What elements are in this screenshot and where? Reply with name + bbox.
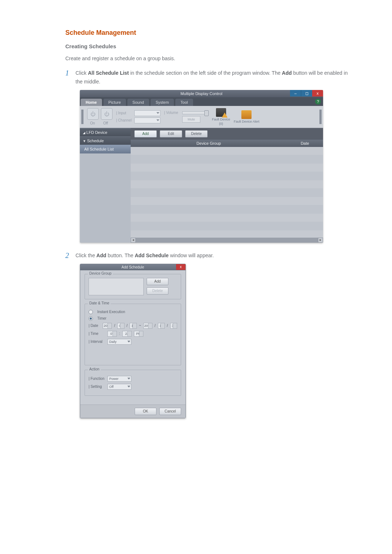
action-legend: Action bbox=[88, 367, 101, 371]
table-row bbox=[131, 147, 323, 155]
ribbon-tabs: Home Picture Sound System Tool ? bbox=[80, 97, 323, 106]
time-hour[interactable]: 07 bbox=[107, 331, 117, 337]
table-row bbox=[131, 197, 323, 205]
volume-slider[interactable] bbox=[182, 111, 208, 114]
date-day-start[interactable]: 11 bbox=[130, 323, 136, 329]
date-month-start[interactable]: 04 bbox=[117, 323, 124, 329]
ribbon-scroll-left[interactable] bbox=[81, 110, 83, 124]
date-day-end[interactable]: 31 bbox=[170, 323, 177, 329]
delete-button[interactable]: Delete bbox=[185, 130, 208, 138]
input-label: | Input bbox=[116, 111, 132, 115]
dialog-footer: OK Cancel bbox=[80, 405, 185, 418]
mute-button[interactable]: Mute bbox=[182, 116, 200, 123]
time-label: | Time bbox=[89, 332, 105, 336]
time-minute[interactable]: 22 bbox=[122, 331, 132, 337]
add-button[interactable]: Add bbox=[134, 130, 157, 138]
instant-label: Instant Execution bbox=[97, 310, 125, 314]
tab-sound[interactable]: Sound bbox=[127, 99, 149, 106]
table-row bbox=[131, 222, 323, 230]
maximize-button[interactable]: ◻ bbox=[301, 90, 312, 97]
add-schedule-dialog: Add Schedule x Device Group Add Delete D… bbox=[80, 264, 186, 418]
fault-device[interactable]: Fault Device (0) bbox=[212, 108, 230, 126]
fault-device-alert[interactable]: Fault Device Alert bbox=[234, 110, 260, 123]
help-icon[interactable]: ? bbox=[315, 99, 321, 104]
table-row bbox=[131, 172, 323, 180]
date-time-fieldset: Date & Time Instant Execution Timer | Da… bbox=[85, 304, 181, 365]
sidebar: ◢ LFD Device ▼ Schedule All Schedule Lis… bbox=[80, 128, 131, 243]
col-device-group: Device Group bbox=[131, 141, 287, 145]
ribbon: ⏻ ⏻ On Off | Input | Channel bbox=[80, 106, 323, 128]
input-dropdown[interactable] bbox=[134, 110, 160, 116]
ribbon-scroll-right[interactable] bbox=[319, 110, 322, 124]
power-off-button[interactable]: ⏻ bbox=[101, 108, 113, 120]
horizontal-scrollbar[interactable]: ◄ ► bbox=[131, 238, 323, 243]
warning-icon bbox=[241, 110, 252, 119]
device-group-fieldset: Device Group Add Delete bbox=[85, 274, 181, 299]
setting-label: | Setting bbox=[89, 385, 105, 389]
section-title: Schedule Management bbox=[65, 29, 352, 37]
tab-system[interactable]: System bbox=[151, 99, 174, 106]
dialog-close-button[interactable]: x bbox=[176, 264, 185, 270]
sidebar-item-all-schedule[interactable]: All Schedule List bbox=[80, 145, 131, 153]
toolbar: Add Edit Delete bbox=[131, 128, 323, 140]
off-label: Off bbox=[100, 121, 111, 125]
table-row bbox=[131, 180, 323, 189]
device-group-list[interactable] bbox=[89, 278, 144, 295]
step-number: 2 bbox=[65, 251, 69, 260]
sidebar-section-lfd[interactable]: ◢ LFD Device bbox=[80, 128, 131, 136]
intro-text: Create and register a schedule on a grou… bbox=[65, 54, 352, 62]
window-title: Multiple Display Control bbox=[180, 91, 222, 96]
setting-dropdown[interactable]: Off bbox=[107, 384, 131, 390]
close-button[interactable]: x bbox=[312, 90, 323, 97]
tab-home[interactable]: Home bbox=[81, 99, 102, 106]
table-row bbox=[131, 214, 323, 222]
table-row bbox=[131, 164, 323, 172]
on-label: On bbox=[87, 121, 98, 125]
subsection-title: Creating Schedules bbox=[65, 43, 352, 49]
cancel-button[interactable]: Cancel bbox=[159, 408, 181, 415]
window-titlebar: Multiple Display Control – ◻ x bbox=[80, 90, 323, 97]
function-label: | Function bbox=[89, 377, 105, 381]
scroll-right-icon[interactable]: ► bbox=[318, 238, 323, 243]
action-fieldset: Action | Function Power | Setting Off bbox=[85, 370, 181, 396]
date-year-end[interactable]: 2099 bbox=[143, 323, 152, 329]
function-dropdown[interactable]: Power bbox=[107, 376, 131, 382]
interval-dropdown[interactable]: Daily bbox=[107, 339, 131, 345]
step-number: 1 bbox=[65, 69, 69, 77]
col-date: Date bbox=[287, 141, 323, 145]
step-text: Click the Add button. The Add Schedule w… bbox=[75, 251, 352, 260]
date-month-end[interactable]: 12 bbox=[158, 323, 165, 329]
dialog-title: Add Schedule bbox=[122, 265, 144, 269]
sidebar-section-schedule[interactable]: ▼ Schedule bbox=[80, 136, 131, 145]
device-group-delete-button[interactable]: Delete bbox=[147, 287, 168, 295]
table-header: Device Group Date bbox=[131, 140, 323, 147]
timer-radio[interactable] bbox=[89, 316, 93, 321]
tab-picture[interactable]: Picture bbox=[103, 99, 126, 106]
monitor-warning-icon bbox=[216, 108, 226, 117]
date-label: | Date bbox=[89, 324, 101, 328]
date-time-legend: Date & Time bbox=[88, 301, 111, 305]
ok-button[interactable]: OK bbox=[135, 408, 156, 415]
scroll-left-icon[interactable]: ◄ bbox=[131, 238, 136, 243]
step-2: 2 Click the Add button. The Add Schedule… bbox=[65, 251, 352, 260]
mdc-window: Multiple Display Control – ◻ x Home Pict… bbox=[80, 90, 323, 243]
tab-tool[interactable]: Tool bbox=[175, 99, 193, 106]
interval-label: | Interval bbox=[89, 340, 105, 344]
power-on-button[interactable]: ⏻ bbox=[87, 108, 99, 120]
device-group-legend: Device Group bbox=[88, 271, 113, 275]
instant-radio[interactable] bbox=[89, 310, 93, 314]
channel-label: | Channel bbox=[116, 118, 132, 122]
timer-label: Timer bbox=[97, 316, 106, 320]
edit-button[interactable]: Edit bbox=[160, 130, 182, 138]
volume-label: | Volume bbox=[164, 111, 180, 115]
table-body bbox=[131, 147, 323, 238]
minimize-button[interactable]: – bbox=[290, 90, 301, 97]
step-1: 1 Click All Schedule List in the schedul… bbox=[65, 69, 352, 86]
device-group-add-button[interactable]: Add bbox=[147, 278, 168, 285]
step-text: Click All Schedule List in the schedule … bbox=[75, 69, 352, 86]
dialog-titlebar: Add Schedule x bbox=[80, 264, 185, 270]
table-row bbox=[131, 155, 323, 164]
time-ampm[interactable]: PM bbox=[134, 331, 143, 337]
channel-dropdown[interactable] bbox=[134, 118, 160, 123]
date-year-start[interactable]: 2011 bbox=[103, 323, 112, 329]
